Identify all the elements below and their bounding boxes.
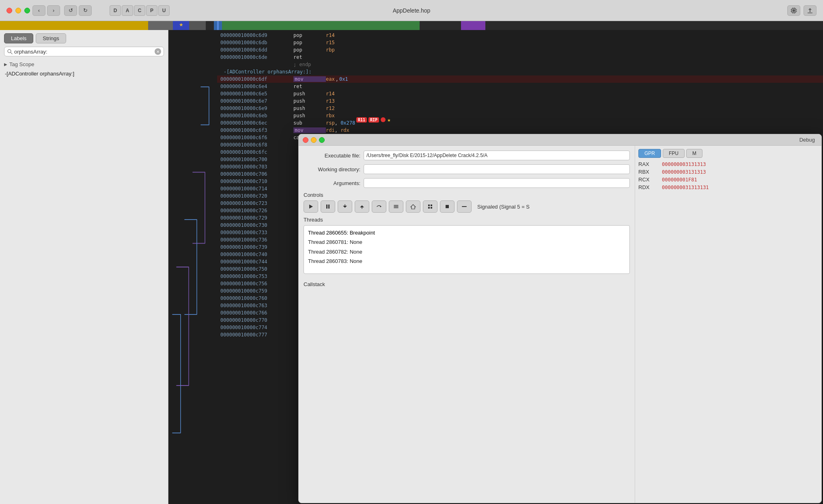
code-line-c6df[interactable]: 000000010000c6df mov eax , 0x1 (217, 75, 823, 83)
sidebar-search-box[interactable]: ✕ (4, 47, 164, 56)
toolbar-d-button[interactable]: D (110, 5, 121, 16)
chip-icon-button[interactable] (787, 5, 800, 16)
addr-c6df: 000000010000c6df (220, 76, 293, 82)
step-into-button[interactable] (338, 200, 352, 213)
addr-empty-7: 000000010000c714 (220, 186, 293, 192)
svg-rect-29 (446, 205, 449, 208)
addr-empty-17: 000000010000c744 (220, 259, 293, 265)
home-icon (410, 204, 416, 209)
code-line-c6de[interactable]: 000000010000c6de ret (217, 54, 823, 61)
code-line-c6d9[interactable]: 000000010000c6d9 pop r14 (217, 32, 823, 39)
thread-item-1[interactable]: Thread 2860781: None (308, 237, 625, 247)
refresh2-button[interactable]: ↻ (79, 5, 92, 16)
play-button[interactable] (304, 200, 318, 213)
addr-empty-14: 000000010000c736 (220, 237, 293, 243)
step-over-icon (376, 204, 382, 209)
pause-button[interactable] (321, 200, 335, 213)
nav-back-button[interactable]: ‹ (32, 5, 45, 16)
toolbar-a-button[interactable]: A (122, 5, 133, 16)
debug-window-controls (303, 137, 325, 143)
toolbar-c-button[interactable]: C (134, 5, 145, 16)
reg-rdx-name: RDX (638, 184, 659, 190)
svg-marker-13 (309, 205, 313, 209)
arguments-input[interactable] (364, 178, 630, 188)
debug-maximize-button[interactable] (319, 137, 325, 143)
search-input[interactable] (14, 49, 155, 55)
grid-button[interactable] (423, 200, 437, 213)
addr-empty-25: 000000010000c770 (220, 317, 293, 323)
sidebar-item-label: -[ADController orphansArray:] (5, 71, 74, 77)
operand-comma: , (336, 76, 338, 82)
window-title: AppDelete.hop (393, 7, 431, 14)
share-icon (807, 7, 813, 14)
reg-rcx-value: 000000001F81 (662, 177, 697, 183)
thread-item-2[interactable]: Thread 2860782: None (308, 247, 625, 256)
mnemonic-pop2: pop (293, 40, 326, 45)
executable-file-input[interactable] (364, 151, 630, 160)
code-line-c6db[interactable]: 000000010000c6db pop r15 (217, 39, 823, 46)
executable-label: Executable file: (304, 153, 360, 159)
thread-item-3[interactable]: Thread 2860783: None (308, 256, 625, 266)
threads-list[interactable]: Thread 2860655: Breakpoint Thread 286078… (304, 225, 630, 274)
minimize-button[interactable] (15, 8, 21, 13)
reg-tab-m[interactable]: M (686, 149, 702, 158)
mnemonic-sub: sub (293, 120, 326, 126)
stop-icon (444, 204, 450, 209)
sidebar-list-item[interactable]: -[ADController orphansArray:] (0, 69, 168, 78)
code-line-c6e7[interactable]: 000000010000c6e7 push r13 (217, 97, 823, 105)
star-icon: ★ (387, 116, 390, 123)
mnemonic-push2: push (293, 98, 326, 104)
reg-rax-value: 000000003131313 (662, 162, 706, 167)
tab-strings[interactable]: Strings (36, 33, 66, 43)
debug-minimize-button[interactable] (311, 137, 317, 143)
code-line-c6e4[interactable]: 000000010000c6e4 ret (217, 83, 823, 90)
toolbar-p-button[interactable]: P (146, 5, 157, 16)
toolbar-icons: D A C P U (110, 5, 170, 16)
addr-empty-18: 000000010000c750 (220, 266, 293, 272)
comment-endp: ; endp (220, 62, 311, 67)
svg-rect-14 (326, 205, 327, 209)
list-view-button[interactable] (389, 200, 403, 213)
code-line-c6eb[interactable]: 000000010000c6eb push rbx (217, 112, 823, 119)
addr-empty-12: 000000010000c730 (220, 222, 293, 228)
minus-button[interactable] (457, 200, 472, 213)
search-clear-button[interactable]: ✕ (155, 48, 161, 55)
r11-tag: R11 (356, 117, 367, 123)
code-line-c6e5[interactable]: 000000010000c6e5 push r14 (217, 90, 823, 97)
colorbar-seg-5 (206, 21, 214, 30)
reg-tab-gpr[interactable]: GPR (638, 149, 661, 158)
code-line-c6ec[interactable]: 000000010000c6ec sub rsp, 0x278 (217, 119, 823, 127)
titlebar: ‹ › ↺ ↻ D A C P U AppDelete.hop (0, 0, 823, 21)
threads-title: Threads (304, 217, 630, 223)
close-button[interactable] (6, 8, 12, 13)
controls-title: Controls (304, 192, 630, 198)
addr-c6ec: 000000010000c6ec (220, 120, 293, 126)
tab-labels[interactable]: Labels (4, 33, 33, 43)
addr-empty-2: 000000010000c6fc (220, 149, 293, 155)
executable-file-row: Executable file: (304, 151, 630, 160)
step-out-button[interactable] (355, 200, 369, 213)
stop-button[interactable] (440, 200, 455, 213)
mnemonic-mov-hl: mov (293, 76, 326, 82)
code-line-c6e9[interactable]: 000000010000c6e9 push r12 (217, 105, 823, 112)
thread-item-0[interactable]: Thread 2860655: Breakpoint (308, 228, 625, 237)
code-line-c6f3[interactable]: 000000010000c6f3 mov rdi, rdx (217, 127, 823, 134)
debug-close-button[interactable] (303, 137, 308, 143)
code-line-c6dd[interactable]: 000000010000c6dd pop rbp (217, 46, 823, 54)
working-dir-label: Working directory: (304, 166, 360, 172)
reg-tab-fpu[interactable]: FPU (663, 149, 685, 158)
operand-mov2: rdi, rdx (326, 127, 349, 133)
maximize-button[interactable] (24, 8, 30, 13)
working-dir-input[interactable] (364, 164, 630, 174)
toolbar-u-button[interactable]: U (158, 5, 170, 16)
refresh-button[interactable]: ↺ (64, 5, 77, 16)
share-icon-button[interactable] (804, 5, 817, 16)
colorbar-seg-6 (214, 21, 222, 30)
sidebar-scope-item[interactable]: ▶ Tag Scope (0, 60, 168, 69)
home-button[interactable] (406, 200, 420, 213)
step-over-button[interactable] (372, 200, 386, 213)
svg-rect-10 (808, 13, 812, 13)
titlebar-right-buttons (787, 5, 817, 16)
addr-empty-23: 000000010000c763 (220, 303, 293, 308)
nav-forward-button[interactable]: › (47, 5, 60, 16)
